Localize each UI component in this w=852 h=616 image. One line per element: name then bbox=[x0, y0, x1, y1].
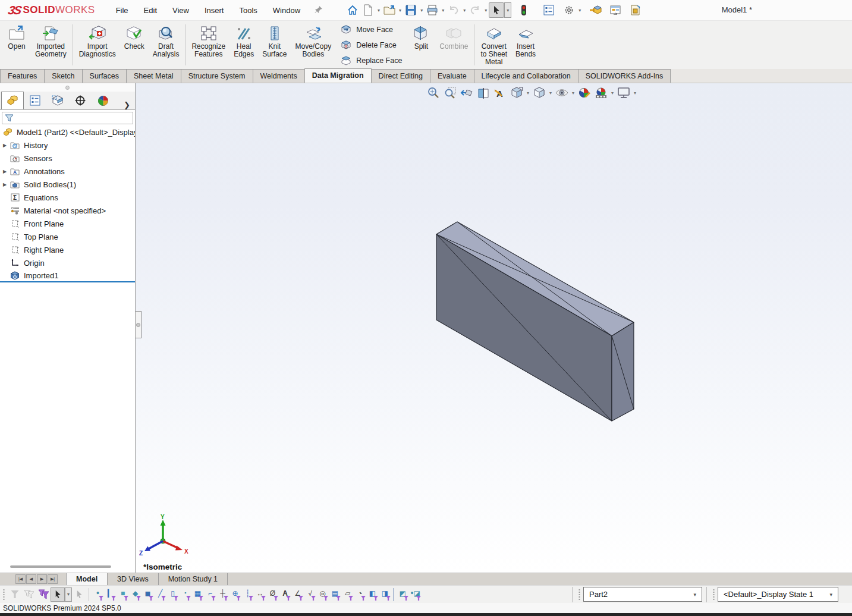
knit-surface-button[interactable]: Knit Surface bbox=[258, 21, 291, 69]
import-diagnostics-button[interactable]: Import Diagnostics bbox=[75, 21, 120, 69]
filter-notes-icon[interactable]: ▤ bbox=[329, 587, 341, 601]
import-3d-icon[interactable] bbox=[587, 2, 603, 18]
filter-datums-icon[interactable]: ▱ bbox=[341, 587, 354, 601]
menu-tools[interactable]: Tools bbox=[231, 0, 265, 21]
filter-blocks-icon[interactable]: ◧ bbox=[366, 587, 379, 601]
select-tool-caret-icon[interactable]: ▾ bbox=[65, 587, 72, 602]
filter-centerline-icon[interactable]: ┆ bbox=[241, 587, 254, 601]
print-caret-icon[interactable]: ▾ bbox=[440, 8, 446, 13]
replace-face-button[interactable]: Replace Face bbox=[340, 54, 402, 68]
filter-annotations-icon[interactable]: A bbox=[279, 587, 291, 601]
tab-direct-editing[interactable]: Direct Editing bbox=[371, 69, 430, 83]
first-tab-icon[interactable]: |◀ bbox=[15, 574, 26, 584]
filter-connection-points-icon[interactable]: ◨ bbox=[379, 587, 391, 601]
tab-model[interactable]: Model bbox=[66, 573, 108, 585]
toolbar-grip-handle[interactable] bbox=[2, 588, 5, 601]
tab-features[interactable]: Features bbox=[0, 69, 45, 83]
tree-item-equations[interactable]: Σ Equations bbox=[0, 191, 135, 204]
part-tree-tab[interactable] bbox=[1, 92, 24, 109]
combo-grip-handle[interactable] bbox=[712, 588, 715, 601]
tab-lifecycle-collaboration[interactable]: Lifecycle and Collaboration bbox=[474, 69, 579, 83]
tab-weldments[interactable]: Weldments bbox=[253, 69, 305, 83]
panel-horizontal-scrollbar[interactable] bbox=[10, 565, 111, 568]
export-window-icon[interactable] bbox=[608, 2, 623, 18]
home-icon[interactable] bbox=[345, 2, 360, 18]
display-state-dropdown[interactable]: <Default>_Display State 1 ▾ bbox=[718, 587, 838, 602]
filter-axes-icon[interactable]: ╱ bbox=[154, 587, 166, 601]
split-button[interactable]: Split bbox=[407, 21, 435, 69]
filter-sketch-points-icon[interactable]: ▪ bbox=[179, 587, 191, 601]
previous-tab-icon[interactable]: ◀ bbox=[26, 574, 36, 584]
configuration-manager-tab[interactable] bbox=[46, 92, 69, 109]
export-document-icon[interactable] bbox=[628, 2, 643, 18]
expand-panel-icon[interactable]: ❯ bbox=[119, 100, 135, 109]
tree-item-front-plane[interactable]: Front Plane bbox=[0, 217, 135, 230]
move-face-button[interactable]: Move Face bbox=[340, 23, 402, 37]
filter-surface-finish-icon[interactable]: √ bbox=[304, 587, 316, 601]
tree-item-right-plane[interactable]: Right Plane bbox=[0, 243, 135, 256]
dimxpert-manager-tab[interactable] bbox=[69, 92, 92, 109]
filter-midpoints-icon[interactable]: ┼ bbox=[216, 587, 229, 601]
new-document-icon[interactable] bbox=[360, 2, 376, 18]
heal-edges-button[interactable]: Heal Edges bbox=[229, 21, 258, 69]
expand-arrow-icon[interactable]: ▶ bbox=[0, 143, 10, 148]
toggle-selection-filters-icon[interactable] bbox=[36, 587, 51, 602]
new-document-caret-icon[interactable]: ▾ bbox=[376, 8, 382, 13]
menu-insert[interactable]: Insert bbox=[197, 0, 232, 21]
tab-surfaces[interactable]: Surfaces bbox=[82, 69, 127, 83]
filter-planes-icon[interactable]: ▯ bbox=[166, 587, 179, 601]
tab-solidworks-addins[interactable]: SOLIDWORKS Add-Ins bbox=[578, 69, 671, 83]
tree-item-solid-bodies[interactable]: ▶ Solid Bodies(1) bbox=[0, 178, 135, 191]
tree-item-top-plane[interactable]: Top Plane bbox=[0, 230, 135, 243]
draft-analysis-button[interactable]: Draft Analysis bbox=[149, 21, 184, 69]
display-manager-tab[interactable] bbox=[92, 92, 114, 109]
imported-geometry-button[interactable]: Imported Geometry bbox=[31, 21, 71, 69]
filter-geometric-tolerances-icon[interactable]: ◎ bbox=[316, 587, 329, 601]
insert-bends-button[interactable]: Insert Bends bbox=[511, 21, 540, 69]
menu-file[interactable]: File bbox=[108, 0, 136, 21]
select-cursor-icon[interactable] bbox=[489, 2, 504, 18]
menu-window[interactable]: Window bbox=[265, 0, 308, 21]
filter-balloons-icon[interactable]: ◔ bbox=[354, 587, 366, 601]
filter-vertices-icon[interactable]: ● bbox=[92, 587, 104, 601]
recognize-features-button[interactable]: Recognize Features bbox=[187, 21, 229, 69]
part-selector-dropdown[interactable]: Part2 ▾ bbox=[583, 587, 702, 602]
tab-structure-system[interactable]: Structure System bbox=[181, 69, 253, 83]
tree-item-material[interactable]: Material <not specified> bbox=[0, 204, 135, 217]
save-icon[interactable] bbox=[403, 2, 419, 18]
graphics-viewport[interactable]: A ▾ ▾ ▾ ▾ ▾ bbox=[136, 83, 852, 573]
tree-item-imported1[interactable]: Imported1 bbox=[0, 269, 135, 282]
filter-hole-callouts-icon[interactable]: Ø bbox=[266, 587, 279, 601]
filter-sketches-icon[interactable]: ▦ bbox=[191, 587, 204, 601]
tab-3d-views[interactable]: 3D Views bbox=[108, 573, 159, 585]
pin-menu-icon[interactable] bbox=[314, 5, 323, 16]
options-caret-icon[interactable]: ▾ bbox=[577, 8, 583, 13]
tab-sketch[interactable]: Sketch bbox=[44, 69, 82, 83]
tree-filter-box[interactable] bbox=[2, 112, 133, 124]
filter-edges-icon[interactable]: ▎ bbox=[104, 587, 117, 601]
imported-body-model[interactable] bbox=[136, 83, 852, 573]
next-tab-icon[interactable]: ▶ bbox=[37, 574, 47, 584]
task-list-icon[interactable] bbox=[541, 2, 557, 18]
tree-item-history[interactable]: ▶ History bbox=[0, 139, 135, 152]
tab-evaluate[interactable]: Evaluate bbox=[430, 69, 474, 83]
filter-dimensions-icon[interactable]: ↔ bbox=[254, 587, 266, 601]
menu-view[interactable]: View bbox=[165, 0, 197, 21]
tree-item-sensors[interactable]: Sensors bbox=[0, 152, 135, 165]
open-button[interactable]: Open bbox=[2, 21, 31, 69]
filter-center-marks-icon[interactable]: ⊕ bbox=[229, 587, 241, 601]
select-all-filters-icon[interactable]: ◩ bbox=[397, 587, 409, 601]
menu-edit[interactable]: Edit bbox=[136, 0, 165, 21]
last-tab-icon[interactable]: ▶| bbox=[48, 574, 58, 584]
filter-weld-symbols-icon[interactable]: ∠ bbox=[291, 587, 304, 601]
convert-to-sheet-metal-button[interactable]: Convert to Sheet Metal bbox=[476, 21, 511, 69]
filter-solid-bodies-icon[interactable]: ◼ bbox=[142, 587, 154, 601]
select-tool-icon[interactable] bbox=[51, 587, 65, 602]
tab-motion-study-1[interactable]: Motion Study 1 bbox=[159, 573, 228, 585]
delete-face-button[interactable]: Delete Face bbox=[340, 38, 402, 52]
filter-surface-bodies-icon[interactable]: ◆ bbox=[129, 587, 142, 601]
property-manager-tab[interactable] bbox=[24, 92, 46, 109]
panel-splitter[interactable] bbox=[0, 83, 135, 92]
expand-arrow-icon[interactable]: ▶ bbox=[0, 169, 10, 174]
filter-sketch-segments-icon[interactable]: ⌐ bbox=[204, 587, 216, 601]
